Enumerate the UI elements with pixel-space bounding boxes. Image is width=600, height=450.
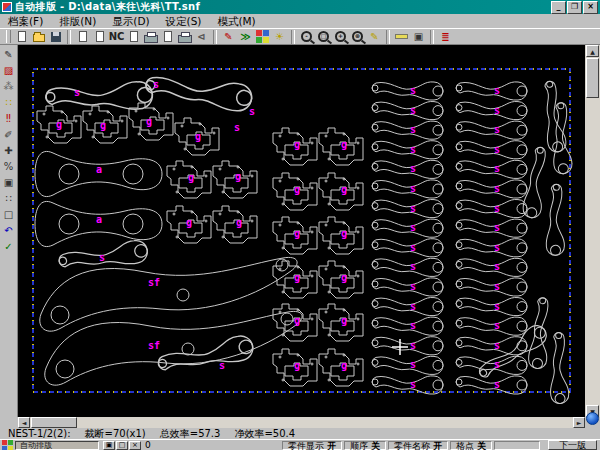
- zoom-all-icon[interactable]: ⊕: [349, 29, 366, 44]
- close-button[interactable]: ×: [583, 1, 598, 14]
- hscroll-thumb[interactable]: [31, 417, 77, 428]
- new-file-icon[interactable]: [13, 29, 30, 44]
- save-file-icon[interactable]: [47, 29, 64, 44]
- app-window: 自动排版 - D:\data\来往\光科\TT.snf _ ❐ × 档案(F)排…: [0, 0, 600, 450]
- part-outline: [456, 278, 527, 296]
- minimize-button[interactable]: _: [551, 1, 566, 14]
- part-label: s: [494, 320, 500, 331]
- part-outline: [40, 257, 297, 331]
- move-part-icon[interactable]: ✚: [1, 143, 16, 158]
- part-outline: [156, 333, 255, 380]
- plot-preview-icon[interactable]: [159, 29, 176, 44]
- auto-nest-icon[interactable]: ≫: [237, 29, 254, 44]
- part-label: g: [146, 116, 152, 127]
- print-icon: [144, 35, 158, 43]
- status-cell-0[interactable]: 零件显示开: [282, 441, 342, 450]
- undo-icon[interactable]: ↶: [1, 223, 16, 238]
- parameters-icon[interactable]: ☀: [271, 29, 288, 44]
- windows-flag-icon[interactable]: [2, 440, 7, 445]
- part-label: s: [494, 379, 500, 390]
- menu-item-1[interactable]: 排版(N): [51, 14, 104, 28]
- crosshair-cursor: [392, 339, 408, 355]
- part-outline: [456, 239, 527, 257]
- menu-item-3[interactable]: 设定(S): [158, 14, 210, 28]
- material-map-icon: [256, 30, 262, 36]
- status-cell-3[interactable]: 格点关: [450, 441, 492, 450]
- zoom-in-icon[interactable]: +: [332, 29, 349, 44]
- toolbar-handle[interactable]: [6, 30, 11, 43]
- maximize-button[interactable]: ❐: [567, 1, 582, 14]
- zoom-window-icon[interactable]: □: [315, 29, 332, 44]
- print-preview-icon[interactable]: [125, 29, 142, 44]
- edit-part-icon[interactable]: ✎: [1, 47, 16, 62]
- scroll-left-icon[interactable]: ◄: [18, 417, 30, 428]
- part-label: g: [294, 228, 300, 239]
- part-label: s: [494, 281, 500, 292]
- taskbar: 自动排版 ▣□× 0 零件显示开顺序关零件名称开格点关下一版: [0, 439, 600, 450]
- rotate-part-icon[interactable]: %: [1, 159, 16, 174]
- part-label: g: [56, 119, 62, 130]
- part-outline: [372, 101, 443, 119]
- edit-pencil-icon[interactable]: ✎: [220, 29, 237, 44]
- part-label: s: [410, 281, 416, 292]
- scroll-up-icon[interactable]: ▲: [586, 45, 599, 57]
- open-file-icon[interactable]: [30, 29, 47, 44]
- print-icon[interactable]: [142, 29, 159, 44]
- confirm-icon[interactable]: ✓: [1, 239, 16, 254]
- device-icon[interactable]: ⊲: [193, 29, 210, 44]
- copy-part-icon[interactable]: ▣: [1, 175, 16, 190]
- part-outline: [372, 82, 443, 100]
- part-outline: [372, 219, 443, 237]
- nc-output-icon[interactable]: NC: [108, 29, 125, 44]
- menu-item-2[interactable]: 显示(D): [104, 14, 157, 28]
- export-part-icon[interactable]: [91, 29, 108, 44]
- multi-select-icon[interactable]: ∷: [1, 95, 16, 110]
- plot-icon[interactable]: [176, 29, 193, 44]
- measure-icon[interactable]: ✎: [366, 29, 383, 44]
- part-label: s: [249, 106, 255, 117]
- part-label: g: [294, 272, 300, 283]
- ruler-icon: [395, 34, 408, 39]
- part-label: s: [494, 242, 500, 253]
- import-part-icon[interactable]: [74, 29, 91, 44]
- clipboard-icon[interactable]: ▣: [410, 29, 427, 44]
- part-label: s: [153, 79, 159, 90]
- part-outline: [372, 297, 443, 315]
- part-label: s: [410, 163, 416, 174]
- maximize-window-button[interactable]: □: [116, 441, 128, 450]
- taskbar-app-button[interactable]: 自动排版: [15, 441, 99, 450]
- ruler-icon[interactable]: [393, 29, 410, 44]
- delete-region-icon[interactable]: ▨: [1, 63, 16, 78]
- part-label: s: [494, 203, 500, 214]
- status-cell-empty: [494, 441, 540, 450]
- vertical-scrollbar[interactable]: ▲ ▼: [585, 45, 600, 417]
- part-label: g: [341, 139, 347, 150]
- zoom-out-icon[interactable]: -: [298, 29, 315, 44]
- toolbar-separator: [386, 30, 390, 44]
- array-icon[interactable]: ∷: [1, 191, 16, 206]
- close-window-button[interactable]: ×: [129, 441, 141, 450]
- next-sheet-button[interactable]: 下一版: [548, 440, 597, 450]
- priority-icon[interactable]: ‼: [1, 111, 16, 126]
- part-label: a: [96, 164, 102, 175]
- menu-item-4[interactable]: 模式(M): [209, 14, 263, 28]
- print-preview-icon: [130, 31, 138, 42]
- toolbar-separator: [67, 30, 71, 44]
- draw-icon[interactable]: ✐: [1, 127, 16, 142]
- status-cell-2[interactable]: 零件名称开: [388, 441, 448, 450]
- restore-window-button[interactable]: ▣: [103, 441, 115, 450]
- title-bar: 自动排版 - D:\data\来往\光科\TT.snf _ ❐ ×: [0, 0, 600, 14]
- report-icon[interactable]: ≣: [437, 29, 454, 44]
- part-outline: [456, 141, 527, 159]
- part-outline: [456, 356, 527, 374]
- part-outline: [522, 146, 546, 218]
- material-map-icon[interactable]: [254, 29, 271, 44]
- rectangle-icon[interactable]: □: [1, 207, 16, 222]
- menu-item-0[interactable]: 档案(F): [0, 14, 51, 28]
- scroll-right-icon[interactable]: ►: [573, 417, 585, 428]
- pattern-icon[interactable]: ⁂: [1, 79, 16, 94]
- part-label: s: [410, 203, 416, 214]
- status-cell-1[interactable]: 顺序关: [344, 441, 386, 450]
- vscroll-thumb[interactable]: [586, 58, 599, 98]
- nesting-canvas[interactable]: sssssssssssssssssssssssssssssssssssssssf…: [18, 45, 585, 417]
